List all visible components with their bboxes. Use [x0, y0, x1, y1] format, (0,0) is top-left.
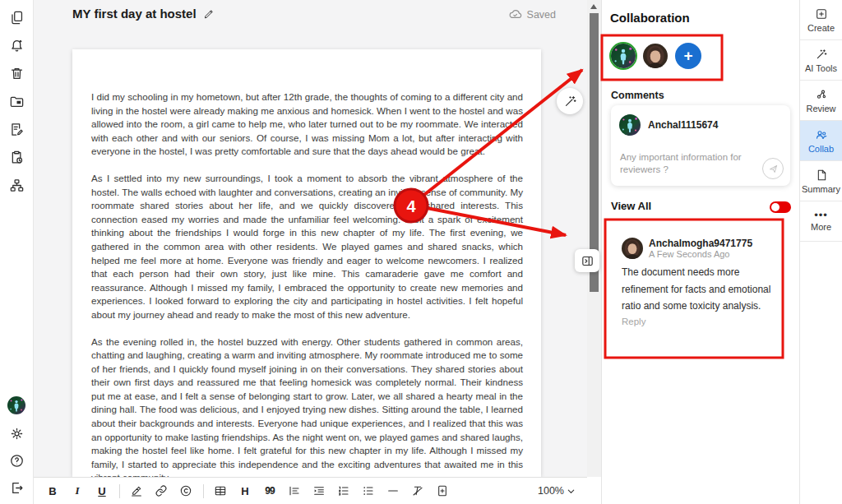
comment-author-name: Anchalmogha9471775 — [649, 238, 752, 249]
collaboration-panel: Collaboration + Comments Anchal1115674 A… — [601, 0, 799, 504]
view-all-label: View All — [611, 200, 651, 212]
cloud-saved-icon — [508, 7, 522, 21]
molecule-nodes-icon — [815, 88, 828, 101]
document-edit-icon[interactable] — [9, 122, 25, 137]
rail-label: AI Tools — [805, 63, 837, 73]
documents-icon[interactable] — [9, 10, 25, 25]
toolbar-divider — [203, 484, 204, 498]
left-sidebar — [0, 0, 34, 504]
collaborators-row: + — [611, 43, 701, 69]
bullet-list-button[interactable] — [359, 481, 378, 501]
page-break-button[interactable] — [433, 481, 452, 501]
edit-title-pencil-icon[interactable] — [203, 7, 215, 20]
bold-button[interactable]: B — [43, 481, 62, 501]
table-button[interactable] — [210, 481, 230, 501]
indent-button[interactable] — [309, 481, 329, 501]
create-plus-icon — [815, 7, 828, 21]
saved-status: Saved — [508, 7, 556, 21]
comment-body: The document needs more refinement for f… — [622, 264, 786, 315]
align-left-button[interactable] — [285, 481, 304, 501]
document-summary-icon — [815, 169, 828, 182]
scrollbar-up-arrow[interactable] — [590, 4, 597, 9]
clipboard-history-icon[interactable] — [9, 150, 25, 165]
copyright-button[interactable] — [176, 481, 196, 501]
rail-label: Collab — [808, 144, 834, 154]
folder-media-icon[interactable] — [9, 94, 25, 109]
rail-label: Review — [806, 104, 835, 113]
rail-item-ai-tools[interactable]: AI Tools — [800, 40, 842, 81]
saved-label: Saved — [527, 9, 556, 21]
rail-item-collab[interactable]: Collab — [800, 121, 842, 161]
zoom-level: 100% — [538, 485, 564, 497]
zoom-control[interactable]: 100% — [538, 485, 576, 497]
comment-timestamp: A Few Seconds Ago — [649, 249, 729, 259]
collaboration-title: Collaboration — [610, 11, 690, 25]
italic-button[interactable]: I — [67, 481, 87, 501]
rail-label: Summary — [802, 184, 840, 194]
document-title-row: MY first day at hostel — [72, 7, 215, 21]
blockquote-button[interactable]: 99 — [260, 481, 280, 501]
toolbar-divider — [119, 484, 120, 498]
rail-item-create[interactable]: Create — [800, 0, 842, 40]
ai-assistant-wand-button[interactable] — [557, 88, 583, 114]
highlight-button[interactable] — [127, 481, 146, 501]
clear-format-button[interactable] — [408, 481, 428, 501]
sitemap-icon[interactable] — [9, 178, 25, 193]
paper-plane-icon — [768, 164, 779, 174]
document-paragraph[interactable]: I did my schooling in my hometown, but a… — [91, 90, 523, 159]
rail-label: Create — [807, 23, 835, 33]
heading-button[interactable]: H — [235, 481, 255, 501]
rail-item-more[interactable]: ••• More — [800, 201, 842, 242]
settings-icon[interactable] — [9, 426, 25, 442]
link-button[interactable] — [151, 481, 171, 501]
editor-scrollbar[interactable] — [587, 0, 601, 477]
rail-item-summary[interactable]: Summary — [800, 161, 842, 201]
panel-toggle-button[interactable] — [575, 249, 599, 272]
document-paragraph[interactable]: As the evening rolled in, the hostel buz… — [91, 335, 523, 478]
add-collaborator-button[interactable]: + — [675, 43, 701, 69]
composer-avatar — [619, 114, 641, 136]
people-icon — [815, 128, 828, 141]
send-comment-button[interactable] — [762, 158, 784, 179]
logout-icon[interactable] — [9, 480, 25, 496]
trash-icon[interactable] — [9, 66, 25, 81]
rail-label: More — [811, 222, 831, 232]
composer-username: Anchal1115674 — [648, 119, 718, 131]
editor-area: MY first day at hostel Saved I did my sc… — [34, 0, 587, 477]
comment-input[interactable]: Any important information for reviewers … — [620, 151, 752, 176]
document-page[interactable]: I did my schooling in my hometown, but a… — [72, 49, 541, 477]
user-avatar[interactable] — [7, 396, 25, 414]
collaborator-avatar-1[interactable] — [611, 44, 636, 68]
toggle-knob — [771, 203, 780, 211]
notifications-icon[interactable] — [9, 38, 25, 53]
left-sidebar-bottom-group — [7, 396, 25, 496]
ellipsis-icon: ••• — [814, 211, 828, 220]
collaborator-avatar-2[interactable] — [643, 44, 668, 68]
document-paragraph[interactable]: As I settled into my new surroundings, I… — [91, 172, 523, 322]
rail-item-review[interactable]: Review — [800, 81, 842, 121]
format-toolbar: B I U H 99 100% — [34, 477, 587, 504]
right-tool-rail: Create AI Tools Review Collab Summary ••… — [799, 0, 842, 504]
horizontal-rule-button[interactable] — [383, 481, 403, 501]
ordered-list-button[interactable] — [334, 481, 354, 501]
comment-author-avatar — [622, 238, 643, 259]
help-icon[interactable] — [9, 453, 25, 469]
view-all-toggle[interactable] — [770, 201, 791, 213]
comment-reply-link[interactable]: Reply — [622, 317, 645, 326]
magic-wand-icon — [815, 48, 828, 61]
comments-heading: Comments — [611, 90, 664, 101]
underline-button[interactable]: U — [92, 481, 112, 501]
comment-composer-card[interactable]: Anchal1115674 Any important information … — [611, 105, 790, 186]
chevron-down-icon — [567, 487, 576, 496]
document-title[interactable]: MY first day at hostel — [72, 7, 197, 21]
